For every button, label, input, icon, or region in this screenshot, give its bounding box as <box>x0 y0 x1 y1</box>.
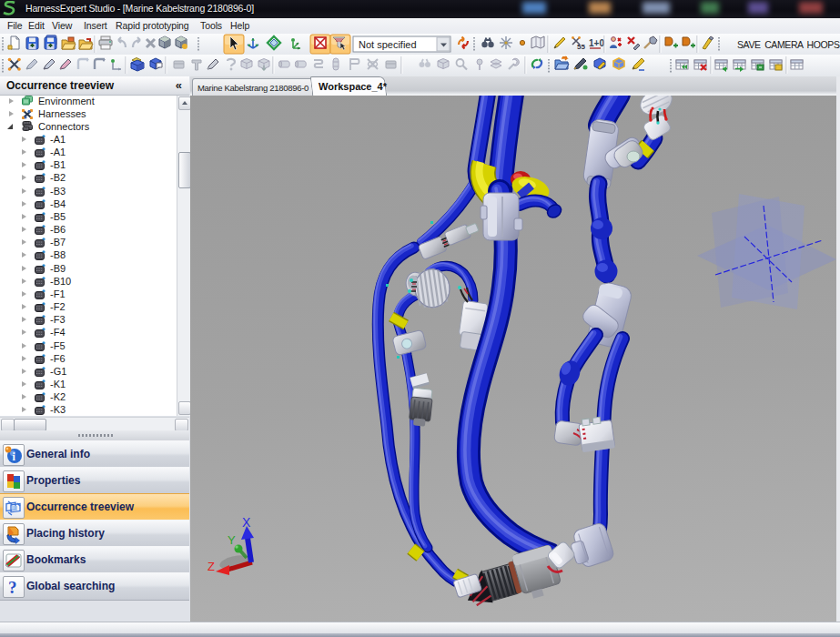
svg-text:Y: Y <box>228 533 236 547</box>
svg-text:Z: Z <box>207 560 215 573</box>
svg-text:?: ? <box>8 578 17 597</box>
svg-text:X: X <box>242 515 251 530</box>
svg-text:1+0: 1+0 <box>589 38 604 48</box>
svg-text:Not specified: Not specified <box>359 39 417 50</box>
svg-text:55: 55 <box>577 43 585 51</box>
